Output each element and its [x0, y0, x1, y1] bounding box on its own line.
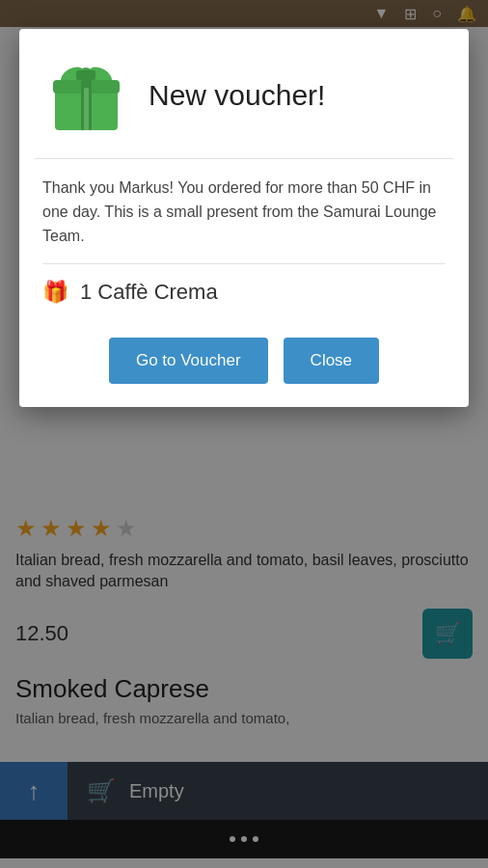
modal-divider-mid: [42, 263, 446, 264]
svg-rect-7: [84, 88, 89, 130]
modal-actions: Go to Voucher Close: [19, 322, 469, 407]
modal-body: Thank you Markus! You ordered for more t…: [19, 159, 469, 322]
modal-reward: 🎁 1 Caffè Crema: [42, 280, 446, 305]
modal-title: New voucher!: [149, 78, 325, 113]
reward-text: 1 Caffè Crema: [80, 280, 218, 305]
close-button[interactable]: Close: [284, 338, 379, 384]
gift-icon-wrap: [42, 52, 129, 139]
reward-gift-icon: 🎁: [42, 280, 68, 305]
modal-message: Thank you Markus! You ordered for more t…: [42, 176, 446, 248]
go-to-voucher-button[interactable]: Go to Voucher: [109, 338, 268, 384]
svg-rect-3: [76, 70, 95, 80]
gift-icon: [45, 55, 127, 137]
voucher-modal: New voucher! Thank you Markus! You order…: [19, 29, 469, 407]
modal-header: New voucher!: [19, 29, 469, 158]
